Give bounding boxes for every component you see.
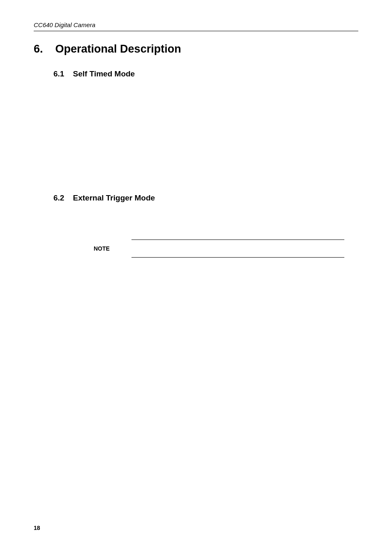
note-divider-top <box>131 240 344 240</box>
running-header: CC640 Digital Camera <box>34 21 358 28</box>
section-title: Operational Description <box>55 43 181 55</box>
note-divider-bottom <box>131 257 344 258</box>
section-heading-6: 6. Operational Description <box>34 43 358 55</box>
note-block: NOTE <box>94 240 344 258</box>
subsection-heading-6-2: 6.2 External Trigger Mode <box>53 193 358 203</box>
subsection-title: External Trigger Mode <box>73 193 155 202</box>
subsection-number: 6.2 <box>53 193 64 202</box>
subsection-heading-6-1: 6.1 Self Timed Mode <box>53 69 358 78</box>
subsection-title: Self Timed Mode <box>73 69 135 78</box>
page-number: 18 <box>34 525 40 531</box>
section-number: 6. <box>34 43 43 55</box>
header-divider <box>34 31 358 31</box>
subsection-number: 6.1 <box>53 69 64 78</box>
note-label: NOTE <box>94 245 110 252</box>
